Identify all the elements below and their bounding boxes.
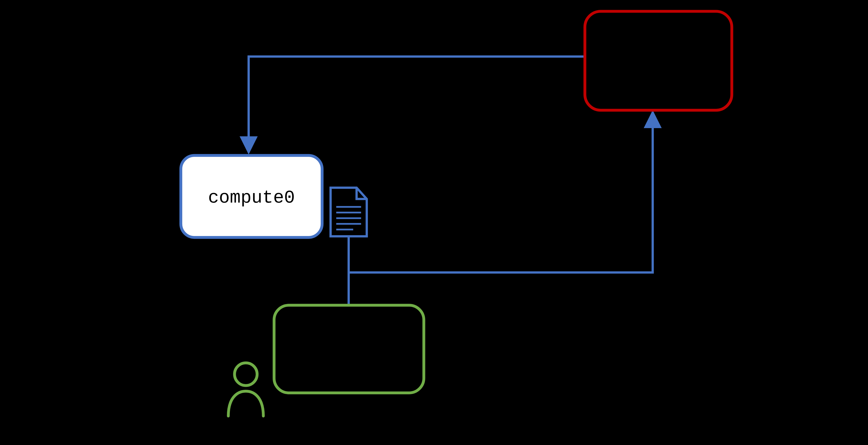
- connector-red-to-compute0: [249, 57, 585, 153]
- node-red: [585, 11, 732, 110]
- node-compute0: compute0: [181, 155, 322, 237]
- node-green: [274, 305, 424, 393]
- svg-point-6: [235, 363, 257, 385]
- document-icon: [331, 188, 367, 236]
- user-icon: [228, 363, 264, 416]
- connector-doc-to-red: [349, 112, 653, 272]
- node-compute0-label: compute0: [208, 187, 295, 208]
- diagram-canvas: compute0: [0, 0, 868, 445]
